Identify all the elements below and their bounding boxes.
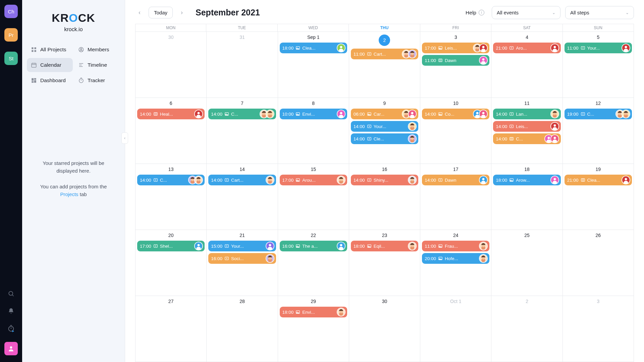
steps-filter-select[interactable]: All steps⌄ [565,6,634,19]
calendar-cell[interactable]: 211:00Cart... [349,32,420,98]
profile-icon[interactable] [4,342,18,355]
calendar-cell[interactable]: 1517:00Arou... [278,164,349,230]
calendar-event[interactable]: 14:00Cart... [208,175,276,185]
calendar-cell[interactable]: 511:00Your... [563,32,634,98]
calendar-cell[interactable]: 421:00Aro... [491,32,562,98]
event-time: 11:00 [425,244,436,249]
day-header: SAT [491,24,562,32]
calendar-cell[interactable]: 714:00C... [207,98,278,164]
calendar-cell[interactable]: 1014:00Co... [420,98,491,164]
calendar-event[interactable]: 18:00Envi... [280,307,347,317]
calendar-event[interactable]: 21:00Aro... [493,43,560,53]
calendar-event[interactable]: 14:00Your... [351,121,418,132]
calendar-event[interactable]: 14:00C... [208,109,276,119]
calendar-event[interactable]: 14:00Shiny... [351,175,418,185]
calendar-event[interactable]: 18:00Arow... [493,175,560,185]
calendar-event[interactable]: 18:00Clea... [280,43,347,53]
calendar-event[interactable]: 11:00Cart... [351,49,418,59]
event-type-icon [438,256,443,261]
calendar-cell[interactable]: 2411:00Frau...20:00Hofe... [420,230,491,296]
calendar-cell[interactable]: 2115:00Your...16:00Soci... [207,230,278,296]
calendar-event[interactable]: 11:00Frau... [422,241,489,251]
calendar-event[interactable]: 10:00Envi... [280,109,347,119]
calendar-event[interactable]: 11:00Your... [565,43,632,53]
events-filter-select[interactable]: All events⌄ [492,6,560,19]
calendar-cell[interactable]: 1614:00Shiny... [349,164,420,230]
calendar-cell[interactable]: 1414:00Cart... [207,164,278,230]
calendar-event[interactable]: 17:00Shel... [137,241,205,251]
calendar-event[interactable]: 14:00C... [137,175,205,185]
calendar-event[interactable]: 06:00Car... [351,109,418,119]
calendar-event[interactable]: 20:00Hofe... [422,253,489,264]
timer-play-icon[interactable] [7,324,15,333]
calendar-event[interactable]: 14:00Cle... [351,133,418,144]
calendar-event[interactable]: 21:00Clea... [565,175,632,185]
calendar-cell[interactable]: 614:00Heal... [136,98,207,164]
calendar-cell[interactable]: 317:00Leis...11:00Dawn [420,32,491,98]
day-number: 12 [565,100,632,107]
calendar-event[interactable]: 16:00The a... [280,241,347,251]
calendar-cell[interactable]: 30 [349,296,420,362]
calendar-event[interactable]: 14:00Heal... [137,109,205,119]
search-icon[interactable] [7,290,15,298]
calendar-cell[interactable]: 1921:00Clea... [563,164,634,230]
day-number: 10 [422,100,489,107]
calendar-cell[interactable]: Oct 1 [420,296,491,362]
nav-dashboard[interactable]: Dashboard [27,73,73,87]
projects-link[interactable]: Projects [60,191,78,197]
calendar-cell[interactable]: 27 [136,296,207,362]
calendar-cell[interactable]: 1219:00C... [563,98,634,164]
calendar-cell[interactable]: 28 [207,296,278,362]
calendar-cell[interactable]: 2318:00Eqil... [349,230,420,296]
calendar-cell[interactable]: 906:00Car...14:00Your...14:00Cle... [349,98,420,164]
event-time: 15:00 [211,244,222,249]
calendar-cell[interactable]: 31 [207,32,278,98]
nav-timeline[interactable]: Timeline [74,58,120,72]
svg-point-162 [198,244,200,246]
nav-all-projects[interactable]: All Projects [27,43,73,57]
event-type-icon [438,46,443,50]
calendar-cell[interactable]: 25 [491,230,562,296]
nav-calendar[interactable]: Calendar [27,58,73,72]
help-button[interactable]: Helpi [466,10,484,16]
calendar-event[interactable]: 15:00Your... [208,241,276,251]
calendar-event[interactable]: 14:00Dawn [422,175,489,185]
calendar-cell[interactable]: 2017:00Shel... [136,230,207,296]
calendar-cell[interactable]: 30 [136,32,207,98]
workspace-chip[interactable]: Pr [4,28,18,42]
event-title: C... [587,112,614,117]
calendar-event[interactable]: 11:00Dawn [422,55,489,66]
prev-month-button[interactable]: ‹ [135,7,144,18]
calendar-event[interactable]: 14:00C... [493,133,560,144]
calendar-event[interactable]: 17:00Leis... [422,43,489,53]
calendar-cell[interactable]: 2918:00Envi... [278,296,349,362]
calendar-event[interactable]: 14:00Co... [422,109,489,119]
workspace-chip[interactable]: Ch [4,5,18,18]
calendar-cell[interactable]: 2 [491,296,562,362]
day-number: 17 [422,166,489,173]
calendar-cell[interactable]: 810:00Envi... [278,98,349,164]
workspace-chip[interactable]: St [4,52,18,65]
svg-rect-23 [32,81,34,83]
bell-icon[interactable] [7,307,15,315]
calendar-cell[interactable]: 1314:00C... [136,164,207,230]
nav-members[interactable]: Members [74,43,120,57]
calendar-grid: 3031Sep 118:00Clea...211:00Cart...317:00… [135,32,634,362]
calendar-cell[interactable]: 2216:00The a... [278,230,349,296]
calendar-cell[interactable]: 26 [563,230,634,296]
calendar-event[interactable]: 19:00C... [565,109,632,119]
collapse-sidebar-button[interactable]: ‹ [121,132,128,144]
calendar-event[interactable]: 16:00Soci... [208,253,276,264]
calendar-event[interactable]: 17:00Arou... [280,175,347,185]
today-button[interactable]: Today [149,7,173,18]
calendar-cell[interactable]: Sep 118:00Clea... [278,32,349,98]
calendar-cell[interactable]: 1714:00Dawn [420,164,491,230]
calendar-cell[interactable]: 1818:00Arow... [491,164,562,230]
calendar-event[interactable]: 18:00Eqil... [351,241,418,251]
nav-tracker[interactable]: Tracker [74,73,120,87]
calendar-cell[interactable]: 3 [563,296,634,362]
calendar-event[interactable]: 14:00Lan... [493,109,560,119]
next-month-button[interactable]: › [177,7,186,18]
calendar-cell[interactable]: 1114:00Lan...14:00Leis...14:00C... [491,98,562,164]
calendar-event[interactable]: 14:00Leis... [493,121,560,132]
